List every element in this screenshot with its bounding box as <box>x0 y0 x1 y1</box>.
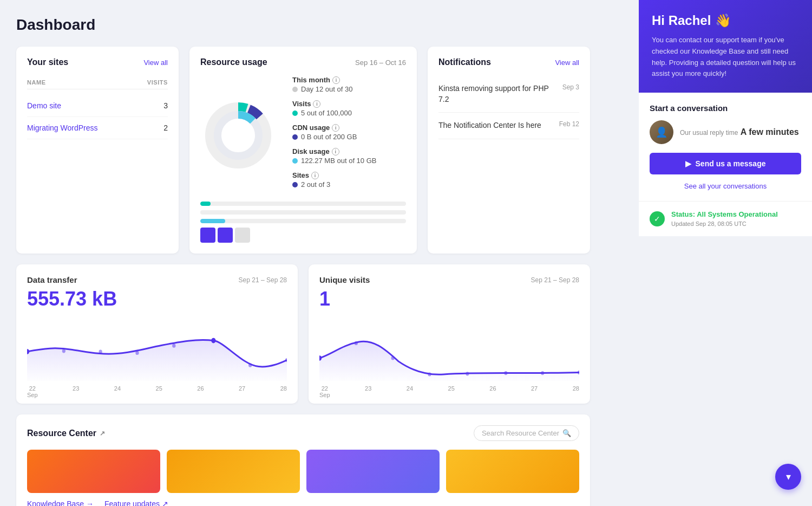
col-visits-header: VISITS <box>147 79 168 86</box>
reply-info: Our usual reply time A few minutes <box>680 127 799 137</box>
info-icon-disk[interactable]: i <box>332 148 339 155</box>
hi-description: You can contact our support team if you'… <box>652 35 799 80</box>
stat-label-disk: Disk usage <box>292 147 330 155</box>
stat-val-cdn: 0 B out of 200 GB <box>301 133 357 141</box>
unique-visits-date: Sep 21 – Sep 28 <box>531 276 579 284</box>
sites-squares <box>200 228 406 243</box>
visits-progress-bar <box>200 202 406 206</box>
resource-usage-title: Resource usage <box>200 57 267 67</box>
sites-table-header: NAME VISITS <box>27 76 168 89</box>
resource-center-title: Resource Center ↗ <box>27 429 105 438</box>
svg-point-6 <box>62 349 66 353</box>
stat-this-month: This month i Day 12 out of 30 <box>292 76 406 93</box>
svg-point-9 <box>172 344 175 348</box>
info-icon-cdn[interactable]: i <box>332 124 339 132</box>
rc-search-text: Search Resource Center <box>482 429 559 437</box>
status-icon: ✓ <box>650 211 665 226</box>
svg-point-15 <box>391 356 395 360</box>
notifications-card: Notifications View all Kinsta removing s… <box>428 47 590 254</box>
table-row: Migrating WordPress 2 <box>27 117 168 139</box>
stat-disk: Disk usage i 122.27 MB out of 10 GB <box>292 147 406 165</box>
stat-val-sites: 2 out of 3 <box>301 180 330 189</box>
dot-visits <box>292 111 298 116</box>
page-title: Dashboard <box>16 16 590 34</box>
chart-label: 23 <box>365 385 371 398</box>
dot-month <box>292 87 298 92</box>
svg-point-10 <box>211 338 215 343</box>
visits-fill <box>200 202 211 206</box>
reply-time-label: Our usual reply time <box>680 129 738 137</box>
resource-center-search[interactable]: Search Resource Center 🔍 <box>474 425 579 441</box>
svg-point-11 <box>248 364 252 367</box>
your-sites-card: Your sites View all NAME VISITS Demo sit… <box>16 47 179 254</box>
resource-center-images <box>27 450 579 493</box>
chart-label: 27 <box>239 385 245 398</box>
stat-visits: Visits i 5 out of 100,000 <box>292 100 406 117</box>
rc-image-1 <box>27 450 160 493</box>
info-icon-sites[interactable]: i <box>311 172 319 179</box>
unique-visits-header: Unique visits Sep 21 – Sep 28 <box>319 275 579 284</box>
resource-content: This month i Day 12 out of 30 Visits i <box>200 76 406 195</box>
cdn-progress-bar <box>200 210 406 215</box>
dot-disk <box>292 158 298 164</box>
send-icon: ▶ <box>685 159 691 168</box>
unique-visits-title: Unique visits <box>319 275 370 284</box>
migrating-wp-link[interactable]: Migrating WordPress <box>27 124 97 132</box>
resource-usage-header: Resource usage Sep 16 – Oct 16 <box>200 57 406 67</box>
avatar: 👤 <box>650 120 673 144</box>
status-card: ✓ Status: All Systems Operational Update… <box>639 201 812 236</box>
svg-point-19 <box>541 371 544 375</box>
stat-cdn: CDN usage i 0 B out of 200 GB <box>292 124 406 141</box>
svg-point-17 <box>466 372 469 375</box>
stat-sites: Sites i 2 out of 3 <box>292 171 406 189</box>
rc-image-4 <box>446 450 579 493</box>
conversation-title: Start a conversation <box>650 103 801 113</box>
chart-label: 26 <box>197 385 204 398</box>
hi-title: Hi Rachel 👋 <box>652 13 799 28</box>
conversation-card: Start a conversation 👤 Our usual reply t… <box>639 93 812 201</box>
status-text: Status: All Systems Operational Updated … <box>671 210 778 228</box>
notif-date-2: Feb 12 <box>559 120 579 128</box>
external-link-icon: ↗ <box>100 430 105 437</box>
feature-updates-link[interactable]: Feature updates ↗ <box>104 499 168 506</box>
notif-text-1: Kinsta removing support for PHP 7.2 <box>438 83 556 105</box>
send-message-button[interactable]: ▶ Send us a message <box>650 153 801 174</box>
notification-item: The Notification Center Is here Feb 12 <box>438 113 579 139</box>
data-transfer-date: Sep 21 – Sep 28 <box>239 276 287 284</box>
rc-links: Knowledge Base → Feature updates ↗ <box>27 499 579 506</box>
notifications-header: Notifications View all <box>438 57 579 67</box>
see-all-conversations-link[interactable]: See all your conversations <box>650 182 801 190</box>
migrating-wp-visits: 2 <box>163 124 168 132</box>
knowledge-base-link[interactable]: Knowledge Base → <box>27 499 94 506</box>
chevron-down-icon: ▾ <box>786 471 791 483</box>
notif-date-1: Sep 3 <box>562 83 579 91</box>
stat-label-month: This month <box>292 76 330 84</box>
float-button[interactable]: ▾ <box>775 464 801 490</box>
stat-val-disk: 122.27 MB out of 10 GB <box>301 157 376 165</box>
chart-label: 28 <box>573 385 579 398</box>
info-icon-visits[interactable]: i <box>313 100 320 108</box>
info-icon-month[interactable]: i <box>332 76 340 84</box>
site-square-2 <box>218 228 233 243</box>
disk-fill <box>200 219 225 223</box>
chart-label: 22 Sep <box>27 385 38 398</box>
right-panel: Hi Rachel 👋 You can contact our support … <box>639 0 812 506</box>
demo-site-visits: 3 <box>163 101 168 110</box>
rc-title-text: Resource Center <box>27 429 96 438</box>
unique-visits-card: Unique visits Sep 21 – Sep 28 1 <box>309 264 590 404</box>
chart-label: 25 <box>156 385 162 398</box>
your-sites-view-all[interactable]: View all <box>143 59 168 67</box>
sites-list: Demo site 3 Migrating WordPress 2 <box>27 95 168 139</box>
support-hi-card: Hi Rachel 👋 You can contact our support … <box>639 0 812 93</box>
notifications-view-all[interactable]: View all <box>555 59 579 67</box>
resource-date-range: Sep 16 – Oct 16 <box>355 59 406 67</box>
notifications-list: Kinsta removing support for PHP 7.2 Sep … <box>438 76 579 139</box>
notif-text-2: The Notification Center Is here <box>438 120 553 131</box>
demo-site-link[interactable]: Demo site <box>27 101 61 110</box>
unique-visits-chart <box>319 316 579 381</box>
chart-label: 25 <box>448 385 455 398</box>
svg-point-7 <box>99 349 102 353</box>
agent-row: 👤 Our usual reply time A few minutes <box>650 120 801 144</box>
chart-label: 28 <box>280 385 287 398</box>
data-transfer-value: 555.73 kB <box>27 288 287 310</box>
